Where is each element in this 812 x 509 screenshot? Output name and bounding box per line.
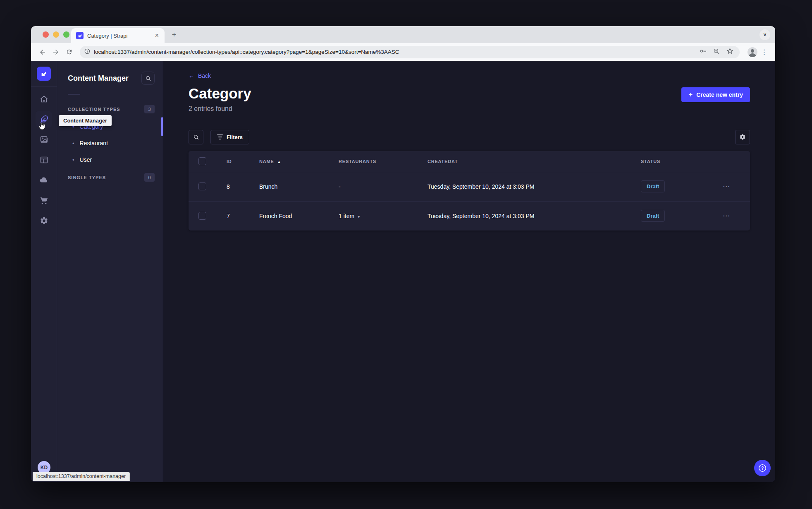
nav-home-icon[interactable]	[36, 91, 52, 107]
browser-menu-icon[interactable]: ⋮	[759, 47, 769, 57]
single-types-count-badge: 0	[144, 173, 155, 182]
browser-window: Category | Strapi × + ˅ localhost:1337/a…	[31, 26, 775, 482]
cell-id: 7	[216, 213, 259, 219]
cell-id: 8	[216, 183, 259, 190]
row-checkbox[interactable]	[198, 182, 206, 190]
subnav-item-label: Restaurant	[80, 140, 108, 146]
entries-count: 2 entries found	[189, 105, 251, 113]
nav-content-type-builder-icon[interactable]	[36, 151, 52, 168]
cell-name: Brunch	[259, 183, 339, 190]
url-bar[interactable]: localhost:1337/admin/content-manager/col…	[80, 46, 740, 58]
browser-tab[interactable]: Category | Strapi ×	[71, 28, 165, 43]
create-new-entry-label: Create new entry	[696, 91, 743, 98]
table-search-button[interactable]	[189, 130, 203, 144]
nav-media-library-icon[interactable]	[36, 131, 52, 148]
subnav-title: Content Manager	[68, 74, 129, 83]
new-tab-button[interactable]: +	[169, 30, 179, 40]
header-createdat[interactable]: CREATEDAT	[427, 159, 641, 164]
svg-text:?: ?	[761, 466, 764, 471]
reload-icon[interactable]	[63, 46, 75, 58]
filter-bar: Filters	[189, 130, 750, 144]
page-title: Category	[189, 86, 251, 102]
minimize-window-button[interactable]	[53, 31, 59, 38]
status-link-tooltip: localhost:1337/admin/content-manager	[33, 472, 130, 481]
entries-table: ID NAME▲ RESTAURANTS CREATEDAT STATUS 8 …	[189, 151, 750, 230]
subnav-item-label: User	[80, 156, 92, 163]
tab-title: Category | Strapi	[87, 33, 153, 39]
back-arrow-icon: ←	[189, 72, 194, 79]
tab-close-icon[interactable]: ×	[153, 32, 160, 39]
cell-createdat: Tuesday, September 10, 2024 at 3:03 PM	[427, 213, 641, 219]
subnav-item-user[interactable]: • User	[68, 151, 155, 168]
filter-icon	[217, 134, 223, 139]
row-actions-icon[interactable]: ⋯	[703, 211, 750, 220]
close-window-button[interactable]	[43, 31, 49, 38]
tab-strip: Category | Strapi × + ˅	[31, 26, 775, 43]
cell-createdat: Tuesday, September 10, 2024 at 3:03 PM	[427, 183, 641, 190]
password-key-icon[interactable]	[699, 47, 707, 57]
table-row[interactable]: 8 Brunch - Tuesday, September 10, 2024 a…	[189, 172, 750, 201]
header-id[interactable]: ID	[216, 159, 259, 164]
collection-types-label: COLLECTION TYPES	[68, 107, 120, 112]
table-header-row: ID NAME▲ RESTAURANTS CREATEDAT STATUS	[189, 151, 750, 172]
mouse-cursor-hand	[38, 121, 45, 132]
create-new-entry-button[interactable]: + Create new entry	[681, 87, 750, 102]
tab-search-chevron-icon[interactable]: ˅	[759, 29, 770, 40]
cell-restaurants[interactable]: 1 item▾	[339, 213, 427, 219]
forward-nav-icon[interactable]	[50, 46, 62, 58]
zoom-window-button[interactable]	[63, 31, 69, 38]
nav-marketplace-icon[interactable]	[36, 192, 52, 209]
content-manager-subnav: Content Manager COLLECTION TYPES 3 • Cat…	[57, 61, 163, 482]
row-checkbox[interactable]	[198, 212, 206, 220]
filters-label: Filters	[227, 134, 243, 140]
single-types-label: SINGLE TYPES	[68, 175, 106, 180]
active-item-indicator	[161, 117, 163, 136]
header-status[interactable]: STATUS	[641, 159, 703, 164]
main-content: ← Back Category 2 entries found + Create…	[163, 61, 775, 482]
window-controls	[43, 31, 69, 38]
subnav-item-restaurant[interactable]: • Restaurant	[68, 135, 155, 151]
status-badge: Draft	[641, 210, 665, 222]
back-label: Back	[198, 72, 211, 79]
profile-avatar-icon[interactable]	[747, 47, 758, 58]
view-settings-button[interactable]	[735, 130, 750, 144]
strapi-logo[interactable]	[37, 67, 51, 81]
bookmark-star-icon[interactable]	[726, 47, 734, 57]
collection-types-count-badge: 3	[144, 105, 155, 113]
header-restaurants[interactable]: RESTAURANTS	[339, 159, 427, 164]
table-row[interactable]: 7 French Food 1 item▾ Tuesday, September…	[189, 201, 750, 230]
back-nav-icon[interactable]	[37, 46, 48, 58]
subnav-search-button[interactable]	[141, 72, 155, 85]
cell-restaurants: -	[339, 183, 427, 190]
bullet-icon: •	[72, 157, 74, 163]
strapi-app: KD Content Manager COLLECTION TYPES 3 • …	[31, 61, 775, 482]
header-name[interactable]: NAME▲	[259, 159, 339, 164]
content-manager-tooltip: Content Manager	[59, 115, 112, 126]
subnav-divider	[68, 94, 80, 95]
cell-name: French Food	[259, 213, 339, 219]
help-button[interactable]: ?	[754, 460, 771, 476]
row-actions-icon[interactable]: ⋯	[703, 182, 750, 191]
strapi-favicon-icon	[76, 32, 84, 39]
bullet-icon: •	[72, 141, 74, 146]
navbar-divider	[31, 86, 57, 87]
site-info-icon[interactable]	[84, 48, 91, 56]
status-badge: Draft	[641, 180, 665, 192]
back-link[interactable]: ← Back	[189, 72, 750, 79]
filters-button[interactable]: Filters	[210, 130, 249, 144]
plus-icon: +	[688, 91, 693, 99]
caret-down-icon: ▾	[358, 214, 360, 219]
url-text[interactable]: localhost:1337/admin/content-manager/col…	[94, 49, 695, 55]
nav-settings-icon[interactable]	[36, 212, 52, 229]
sort-asc-icon: ▲	[277, 160, 282, 164]
nav-cloud-icon[interactable]	[36, 172, 52, 188]
zoom-icon[interactable]	[713, 48, 720, 57]
select-all-checkbox[interactable]	[198, 157, 206, 165]
browser-toolbar: localhost:1337/admin/content-manager/col…	[31, 43, 775, 61]
